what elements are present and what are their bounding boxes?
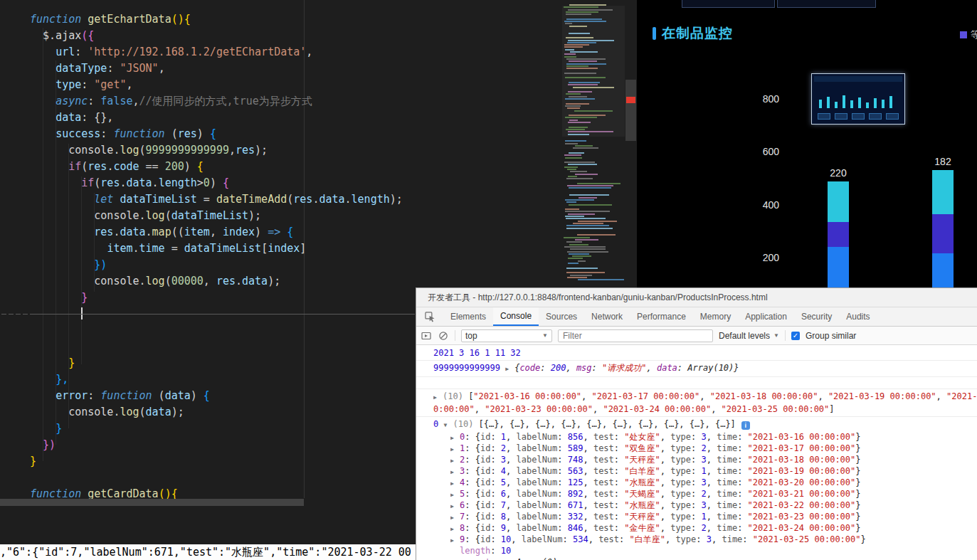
tab-performance[interactable]: Performance xyxy=(630,307,693,326)
minimap-code-line xyxy=(570,171,587,172)
clear-console-button[interactable] xyxy=(438,330,449,342)
array-item-row: ▶6: {id: 7, labelNum: 671, test: "水瓶座", … xyxy=(450,500,977,511)
array-item-row: ▶5: {id: 6, labelNum: 892, test: "天蝎座", … xyxy=(450,488,977,500)
minimap-code-line xyxy=(566,178,593,179)
devtools-titlebar[interactable]: 开发者工具 - http://127.0.0.1:8848/frontend-k… xyxy=(416,288,977,307)
minimap-code-line xyxy=(569,96,587,97)
console-filter-input[interactable] xyxy=(558,329,713,342)
minimap-code-line xyxy=(568,122,591,123)
thumbnail-card xyxy=(818,113,830,120)
devtools-title-text: 开发者工具 - http://127.0.0.1:8848/frontend-k… xyxy=(428,292,768,304)
thumbnail-bar xyxy=(835,102,838,108)
code-line xyxy=(30,322,403,339)
frame-context-selector[interactable]: top ▼ xyxy=(461,329,552,342)
chart-legend[interactable]: 等 xyxy=(960,28,977,41)
tab-console[interactable]: Console xyxy=(493,307,539,326)
minimap-code-line xyxy=(565,157,582,159)
minimap-code-line xyxy=(569,204,611,206)
expand-arrow-icon[interactable]: ▶ xyxy=(450,512,460,522)
minimap-code-line xyxy=(568,263,578,264)
horizontal-scrollbar-thumb[interactable] xyxy=(0,499,304,506)
code-line: function getEchartData(){ xyxy=(30,11,403,28)
minimap[interactable] xyxy=(562,0,625,287)
y-axis-tick-label: 400 xyxy=(751,199,779,211)
whitespace-dash xyxy=(16,314,21,315)
minimap-code-line xyxy=(566,241,583,243)
code-line: type: "get", xyxy=(30,77,403,93)
clear-console-icon xyxy=(438,331,448,341)
code-line: if(res.data.length>0) { xyxy=(30,175,403,191)
expand-arrow-icon[interactable]: ▶ xyxy=(450,433,460,443)
code-line: let dataTimeList = dateTimeAdd(res.data.… xyxy=(30,191,403,208)
vertical-scrollbar-thumb[interactable] xyxy=(625,80,636,141)
bar-segment xyxy=(932,253,954,287)
expand-arrow-icon[interactable]: ▼ xyxy=(443,420,453,431)
group-similar-checkbox[interactable]: ✓ xyxy=(791,332,800,340)
code-line: console.log(9999999999999,res); xyxy=(30,142,403,159)
inspect-element-button[interactable] xyxy=(416,307,443,326)
current-line-rule xyxy=(30,314,415,315)
expand-arrow-icon[interactable]: ▶ xyxy=(450,490,460,500)
tab-security[interactable]: Security xyxy=(794,307,839,326)
tab-memory[interactable]: Memory xyxy=(693,307,738,326)
tab-application[interactable]: Application xyxy=(738,307,794,326)
minimap-code-line xyxy=(566,225,608,226)
minimap-code-line xyxy=(573,87,614,88)
minimap-code-line xyxy=(565,208,579,210)
log-levels-dropdown[interactable]: Default levels ▼ xyxy=(719,331,779,341)
expand-arrow-icon[interactable]: ▶ xyxy=(450,467,460,477)
thumbnail-bar xyxy=(827,97,830,108)
chevron-down-icon: ▼ xyxy=(773,332,779,339)
expand-arrow-icon[interactable]: ▶ xyxy=(433,392,443,403)
thumbnail-bar xyxy=(889,96,892,108)
kanban-dashboard: 在制品监控 等 200400600800220182 xyxy=(637,0,977,287)
minimap-code-line xyxy=(564,162,595,163)
minimap-code-line xyxy=(577,183,620,184)
tab-audits[interactable]: Audits xyxy=(839,307,877,326)
expand-arrow-icon[interactable]: ▶ xyxy=(450,501,460,511)
code-line: }, xyxy=(30,371,403,388)
vertical-scrollbar[interactable] xyxy=(625,0,637,287)
expand-arrow-icon[interactable]: ▶ xyxy=(505,364,514,375)
minimap-code-line xyxy=(566,103,590,105)
minimap-code-line xyxy=(566,201,576,203)
minimap-code-line xyxy=(569,187,611,189)
thumbnail-bar xyxy=(882,100,884,108)
tab-sources[interactable]: Sources xyxy=(539,307,584,326)
frame-context-value: top xyxy=(465,331,477,341)
minimap-code-line xyxy=(569,127,588,128)
toolbar-separator xyxy=(785,330,786,341)
expand-arrow-icon[interactable]: ▶ xyxy=(450,455,460,465)
thumbnail-header xyxy=(814,76,902,82)
minimap-code-line xyxy=(569,152,584,154)
expand-arrow-icon[interactable]: ▶ xyxy=(450,478,460,488)
toolbar-separator xyxy=(455,330,455,341)
bar-segment xyxy=(932,214,954,253)
minimap-code-line xyxy=(564,167,578,168)
array-length-row: length: 10 xyxy=(450,545,977,556)
minimap-code-line xyxy=(566,129,585,130)
array-item-row: ▶8: {id: 9, labelNum: 846, test: "金牛座", … xyxy=(450,522,977,534)
tab-elements[interactable]: Elements xyxy=(443,307,493,326)
minimap-code-line xyxy=(566,272,605,273)
minimap-code-line xyxy=(566,14,592,15)
expand-arrow-icon[interactable]: ▶ xyxy=(450,524,460,534)
code-line: console.log(dataTimeList); xyxy=(30,208,403,224)
minimap-code-line xyxy=(568,9,613,11)
code-line: $.ajax({ xyxy=(30,28,403,44)
array-item-row: ▶2: {id: 3, labelNum: 748, test: "天秤座", … xyxy=(450,454,977,465)
console-messages[interactable]: 2021 3 16 1 11 329999999999999 ▶{code: 2… xyxy=(416,346,977,560)
bar-value-label: 220 xyxy=(817,167,860,179)
minimap-code-line xyxy=(569,60,597,62)
console-sidebar-button[interactable] xyxy=(421,330,432,342)
minimap-code-line xyxy=(569,120,579,121)
minimap-code-line xyxy=(566,65,588,67)
minimap-code-line xyxy=(567,185,613,186)
bar-segment xyxy=(828,222,849,247)
code-line: }) xyxy=(30,257,403,273)
thumbnail-card xyxy=(835,113,847,120)
tab-network[interactable]: Network xyxy=(584,307,630,326)
code-line: } xyxy=(30,453,403,470)
expand-arrow-icon[interactable]: ▶ xyxy=(450,444,460,454)
expand-arrow-icon[interactable]: ▶ xyxy=(450,535,460,545)
